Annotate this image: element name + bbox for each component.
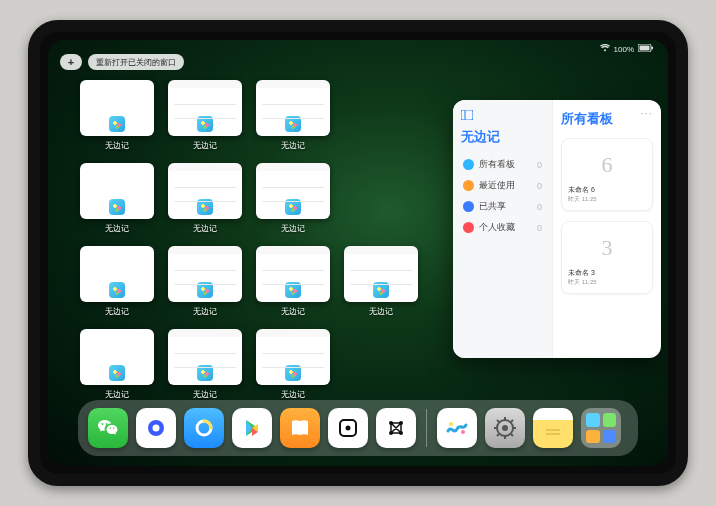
battery-icon — [638, 44, 654, 54]
freeform-icon — [285, 282, 301, 298]
freeform-icon — [197, 199, 213, 215]
freeform-icon — [109, 199, 125, 215]
folder-tile — [586, 430, 600, 444]
svg-point-9 — [346, 426, 351, 431]
svg-line-22 — [497, 420, 499, 422]
folder-tile — [603, 413, 617, 427]
sidebar-toggle-icon[interactable] — [461, 110, 473, 122]
top-controls: + 重新打开已关闭的窗口 — [60, 54, 184, 70]
freeform-icon — [197, 282, 213, 298]
dock-app-play[interactable] — [232, 408, 272, 448]
dock-app-qqbrowser[interactable] — [184, 408, 224, 448]
sidebar-item-shared[interactable]: 已共享 0 — [461, 196, 544, 217]
more-icon[interactable]: ··· — [640, 106, 653, 120]
dock-folder[interactable] — [581, 408, 621, 448]
panel-sidebar: 无边记 所有看板 0 最近使用 0 已共享 0 个人收藏 0 — [453, 100, 553, 358]
dock-app-settings[interactable] — [485, 408, 525, 448]
folder-tile — [603, 430, 617, 444]
heart-icon — [463, 222, 474, 233]
freeform-icon — [285, 199, 301, 215]
freeform-icon — [109, 282, 125, 298]
board-card[interactable]: 6 未命名 6 昨天 11:25 — [561, 138, 653, 211]
window-thumbnail[interactable]: 无边记 — [254, 80, 332, 160]
dock — [78, 400, 638, 456]
board-sketch: 6 — [584, 145, 630, 185]
status-bar: 100% — [600, 44, 654, 54]
board-time: 昨天 11:25 — [568, 278, 597, 287]
window-thumbnail[interactable]: 无边记 — [254, 246, 332, 326]
panel-title-left: 无边记 — [461, 128, 544, 146]
dock-app-dice[interactable] — [328, 408, 368, 448]
window-thumbnail[interactable]: 无边记 — [254, 329, 332, 409]
svg-rect-2 — [652, 47, 654, 50]
dock-app-grid[interactable] — [376, 408, 416, 448]
plus-icon: + — [68, 56, 74, 68]
svg-point-17 — [502, 425, 508, 431]
window-thumbnail[interactable]: 无边记 — [254, 163, 332, 243]
sidebar-item-recent[interactable]: 最近使用 0 — [461, 175, 544, 196]
svg-rect-1 — [640, 46, 650, 51]
window-thumbnail[interactable]: 无边记 — [78, 246, 156, 326]
battery-text: 100% — [614, 45, 634, 54]
reopen-closed-window-button[interactable]: 重新打开已关闭的窗口 — [88, 54, 184, 70]
clock-icon — [463, 180, 474, 191]
freeform-icon — [197, 365, 213, 381]
new-window-button[interactable]: + — [60, 54, 82, 70]
sidebar-item-all-boards[interactable]: 所有看板 0 — [461, 154, 544, 175]
sidebar-item-favorites[interactable]: 个人收藏 0 — [461, 217, 544, 238]
dock-app-freeform[interactable] — [437, 408, 477, 448]
panel-content: ··· 所有看板 6 未命名 6 昨天 11:25 3 未命名 3 昨天 11:… — [553, 100, 661, 358]
dock-app-books[interactable] — [280, 408, 320, 448]
window-thumbnail[interactable]: 无边记 — [166, 246, 244, 326]
svg-point-14 — [449, 422, 453, 426]
window-thumbnail[interactable]: 无边记 — [166, 329, 244, 409]
reopen-label: 重新打开已关闭的窗口 — [96, 57, 176, 68]
folder-tile — [586, 413, 600, 427]
window-thumbnail[interactable]: 无边记 — [78, 80, 156, 160]
screen: 100% + 重新打开已关闭的窗口 无边记 无边记 — [48, 40, 668, 466]
freeform-icon — [109, 116, 125, 132]
board-name: 未命名 6 — [568, 185, 595, 195]
freeform-icon — [285, 365, 301, 381]
dock-app-notes[interactable] — [533, 408, 573, 448]
svg-point-6 — [153, 425, 160, 432]
svg-line-24 — [511, 420, 513, 422]
window-thumbnail[interactable]: 无边记 — [78, 163, 156, 243]
dock-separator — [426, 409, 427, 447]
svg-line-23 — [511, 434, 513, 436]
wifi-icon — [600, 44, 610, 54]
window-thumbnail[interactable]: 无边记 — [166, 80, 244, 160]
freeform-icon — [197, 116, 213, 132]
board-name: 未命名 3 — [568, 268, 595, 278]
freeform-icon — [373, 282, 389, 298]
dock-app-quark[interactable] — [136, 408, 176, 448]
window-thumbnail[interactable]: 无边记 — [166, 163, 244, 243]
board-time: 昨天 11:25 — [568, 195, 597, 204]
person-icon — [463, 201, 474, 212]
freeform-browser-panel[interactable]: 无边记 所有看板 0 最近使用 0 已共享 0 个人收藏 0 — [453, 100, 661, 358]
freeform-icon — [285, 116, 301, 132]
board-sketch: 3 — [584, 228, 630, 268]
svg-line-25 — [497, 434, 499, 436]
board-card[interactable]: 3 未命名 3 昨天 11:25 — [561, 221, 653, 294]
window-thumbnail[interactable]: 无边记 — [78, 329, 156, 409]
dock-app-wechat[interactable] — [88, 408, 128, 448]
circle-icon — [463, 159, 474, 170]
svg-point-15 — [461, 430, 465, 434]
window-thumbnail[interactable]: 无边记 — [342, 246, 420, 326]
svg-rect-3 — [461, 110, 473, 120]
freeform-icon — [109, 365, 125, 381]
ipad-frame: 100% + 重新打开已关闭的窗口 无边记 无边记 — [28, 20, 688, 486]
app-switcher-grid: 无边记 无边记 无边记 无边记 无边记 无边记 — [78, 80, 423, 409]
